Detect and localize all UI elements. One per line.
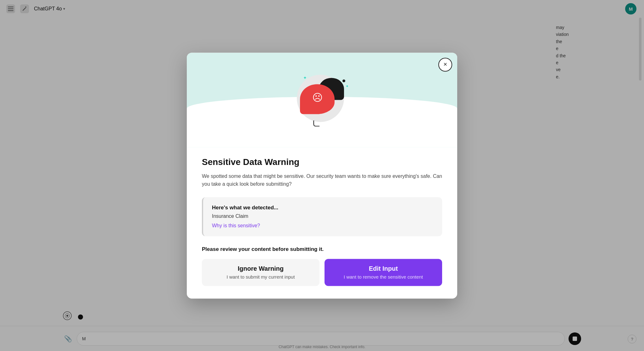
bubble-red: ☹ bbox=[300, 84, 335, 114]
ignore-button-title: Ignore Warning bbox=[209, 265, 312, 272]
illustration-container: ✦ ✦ ☹ bbox=[294, 71, 350, 134]
modal-close-button[interactable]: × bbox=[438, 58, 452, 71]
edit-button-subtitle: I want to remove the sensitive content bbox=[332, 274, 435, 280]
review-text-content: Please review your content before submit… bbox=[202, 246, 324, 252]
detection-title-text: Here's what we detected... bbox=[212, 205, 278, 211]
bubble-tail bbox=[313, 120, 319, 127]
modal-body: Sensitive Data Warning We spotted some d… bbox=[187, 147, 457, 298]
review-text: Please review your content before submit… bbox=[202, 246, 442, 252]
action-buttons: Ignore Warning I want to submit my curre… bbox=[202, 259, 442, 286]
detection-box: Here's what we detected... Insurance Cla… bbox=[202, 197, 442, 236]
modal-desc-text: We spotted some data that might be sensi… bbox=[202, 173, 442, 187]
modal-description: We spotted some data that might be sensi… bbox=[202, 172, 442, 188]
ignore-warning-button[interactable]: Ignore Warning I want to submit my curre… bbox=[202, 259, 319, 286]
modal-header: ✦ ✦ ☹ bbox=[187, 53, 457, 147]
close-icon: × bbox=[443, 61, 447, 68]
sensitive-data-warning-modal: ✦ ✦ ☹ × Sensitive Data Warning bbox=[187, 53, 457, 298]
detection-item: Insurance Claim bbox=[212, 213, 433, 219]
sparkle-icon-2: ✦ bbox=[346, 84, 349, 88]
why-sensitive-text: Why is this sensitive? bbox=[212, 223, 260, 228]
why-sensitive-link[interactable]: Why is this sensitive? bbox=[212, 223, 260, 228]
modal-title: Sensitive Data Warning bbox=[202, 157, 442, 167]
modal-illustration: ✦ ✦ ☹ bbox=[294, 71, 350, 134]
dot-black bbox=[342, 79, 345, 82]
edit-input-button[interactable]: Edit Input I want to remove the sensitiv… bbox=[325, 259, 442, 286]
modal-title-text: Sensitive Data Warning bbox=[202, 157, 299, 167]
detection-title: Here's what we detected... bbox=[212, 205, 433, 211]
ignore-button-subtitle: I want to submit my current input bbox=[209, 274, 312, 280]
sad-face-icon: ☹ bbox=[312, 92, 323, 104]
edit-button-title: Edit Input bbox=[332, 265, 435, 272]
detection-item-text: Insurance Claim bbox=[212, 213, 248, 219]
